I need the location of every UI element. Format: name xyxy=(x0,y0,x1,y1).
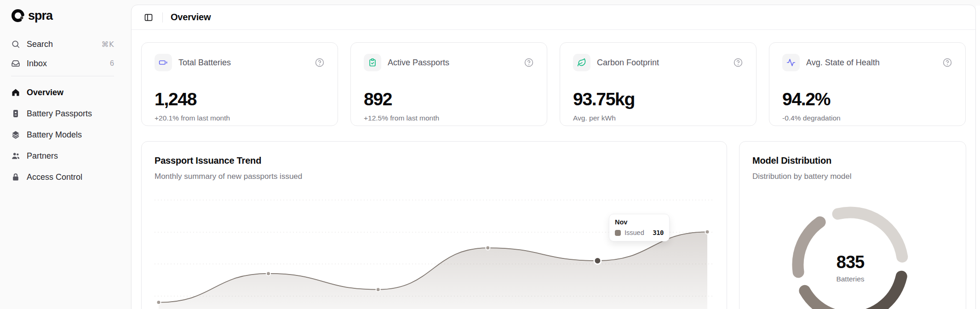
help-circle-icon[interactable] xyxy=(942,57,952,68)
stat-label: Avg. State of Health xyxy=(806,58,880,68)
sidebar-item-battery-models[interactable]: Battery Models xyxy=(11,124,114,145)
content: Total Batteries 1,248 +20.1% from last m… xyxy=(132,30,975,309)
tooltip-month: Nov xyxy=(615,218,664,226)
sidebar-search[interactable]: Search ⌘K xyxy=(11,38,114,51)
stat-card-total-batteries: Total Batteries 1,248 +20.1% from last m… xyxy=(141,42,338,126)
stat-subtext: -0.4% degradation xyxy=(782,114,952,122)
tooltip-series-label: Issued xyxy=(625,229,644,236)
sidebar-item-label: Overview xyxy=(27,88,63,97)
page-title: Overview xyxy=(171,12,211,23)
lock-icon xyxy=(11,172,20,182)
chart-tooltip: Nov Issued 310 xyxy=(609,214,670,241)
sidebar-inbox[interactable]: Inbox 6 xyxy=(11,57,114,70)
inbox-label: Inbox xyxy=(27,59,47,69)
tooltip-series-swatch xyxy=(615,230,621,236)
search-label: Search xyxy=(27,40,53,49)
sidebar-item-label: Partners xyxy=(27,151,58,161)
activity-icon xyxy=(786,58,796,67)
brand-logo[interactable]: spra xyxy=(11,8,114,23)
layers-icon xyxy=(11,130,20,139)
brand-logo-icon xyxy=(11,9,25,23)
panel-left-icon xyxy=(144,13,153,22)
passport-issuance-trend-card: Passport Issuance Trend Monthly summary … xyxy=(141,141,727,309)
help-circle-icon[interactable] xyxy=(733,57,743,68)
sidebar-item-partners[interactable]: Partners xyxy=(11,145,114,166)
stat-card-carbon-footprint: Carbon Footprint 93.75kg Avg. per kWh xyxy=(560,42,756,126)
header-divider xyxy=(162,12,163,23)
donut-chart[interactable] xyxy=(739,142,966,309)
battery-icon xyxy=(159,58,168,67)
sidebar-item-label: Access Control xyxy=(27,172,82,182)
brand-name: spra xyxy=(28,10,52,22)
stat-icon-tile xyxy=(155,54,172,71)
leaf-icon xyxy=(577,58,586,67)
stat-icon-tile xyxy=(782,54,800,71)
inbox-badge: 6 xyxy=(110,59,114,68)
sidebar-divider xyxy=(11,76,114,76)
stat-icon-tile xyxy=(364,54,381,71)
stat-card-active-passports: Active Passports 892 +12.5% from last mo… xyxy=(350,42,547,126)
stat-subtext: +20.1% from last month xyxy=(155,114,325,122)
sidebar-item-overview[interactable]: Overview xyxy=(11,82,114,103)
stat-subtext: Avg. per kWh xyxy=(573,114,743,122)
stat-subtext: +12.5% from last month xyxy=(364,114,534,122)
inbox-icon xyxy=(11,59,20,68)
clipboard-check-icon xyxy=(368,58,377,67)
sidebar-nav: Overview Battery Passports Battery Model… xyxy=(11,82,114,188)
main-header: Overview xyxy=(132,5,975,30)
main-panel: Overview Total Batteries xyxy=(131,5,976,309)
home-icon xyxy=(11,88,20,97)
sidebar: spra Search ⌘K Inbox 6 Overview xyxy=(0,0,125,309)
stat-label: Carbon Footprint xyxy=(597,58,659,68)
search-shortcut: ⌘K xyxy=(102,40,115,49)
help-circle-icon[interactable] xyxy=(524,57,534,68)
stat-value: 94.2% xyxy=(782,90,952,108)
sidebar-item-access-control[interactable]: Access Control xyxy=(11,166,114,188)
sidebar-item-battery-passports[interactable]: Battery Passports xyxy=(11,103,114,124)
stat-label: Total Batteries xyxy=(178,58,231,68)
right-gutter xyxy=(976,6,980,309)
tooltip-value: 310 xyxy=(653,229,664,236)
charts-row: Passport Issuance Trend Monthly summary … xyxy=(141,141,966,309)
model-distribution-card: Model Distribution Distribution by batte… xyxy=(739,141,966,309)
stat-value: 1,248 xyxy=(155,90,325,108)
stat-label: Active Passports xyxy=(388,58,449,68)
stats-row: Total Batteries 1,248 +20.1% from last m… xyxy=(141,42,966,126)
id-badge-icon xyxy=(11,109,20,118)
help-circle-icon[interactable] xyxy=(315,57,325,68)
sidebar-item-label: Battery Passports xyxy=(27,109,92,119)
stat-value: 892 xyxy=(364,90,534,108)
stat-card-avg-state-of-health: Avg. State of Health 94.2% -0.4% degrada… xyxy=(769,42,966,126)
sidebar-item-label: Battery Models xyxy=(27,130,82,140)
search-icon xyxy=(11,40,20,49)
stat-icon-tile xyxy=(573,54,590,71)
sidebar-toggle-button[interactable] xyxy=(143,11,155,23)
users-icon xyxy=(11,151,20,160)
stat-value: 93.75kg xyxy=(573,90,743,108)
